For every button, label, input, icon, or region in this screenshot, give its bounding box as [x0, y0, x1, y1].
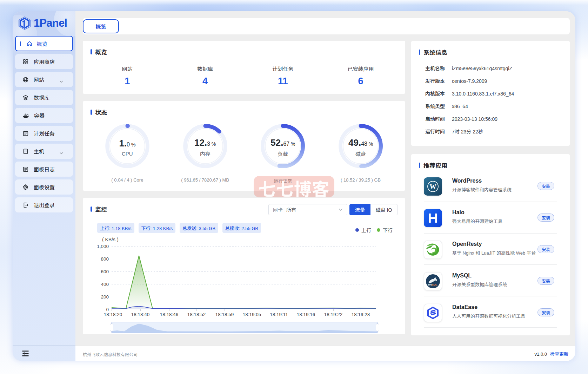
svg-text:18:18:20: 18:18:20	[104, 312, 122, 317]
svg-text:18:19:22: 18:19:22	[324, 312, 343, 317]
svg-text:18:19:28: 18:19:28	[352, 312, 370, 317]
svg-text:MySQL: MySQL	[428, 283, 437, 286]
svg-text:18:18:59: 18:18:59	[215, 312, 234, 317]
svg-text:18:19:16: 18:19:16	[297, 312, 315, 317]
svg-text:0: 0	[106, 307, 109, 312]
svg-text:18:18:52: 18:18:52	[187, 312, 206, 317]
svg-text:400: 400	[101, 282, 109, 287]
svg-text:18:18:40: 18:18:40	[131, 312, 150, 317]
svg-text:18:19:11: 18:19:11	[270, 312, 288, 317]
svg-text:800: 800	[101, 256, 109, 262]
svg-text:600: 600	[101, 269, 109, 274]
svg-text:18:18:46: 18:18:46	[160, 312, 179, 317]
svg-text:1,000: 1,000	[97, 244, 109, 249]
svg-text:200: 200	[101, 294, 109, 300]
svg-text:18:19:05: 18:19:05	[243, 312, 261, 317]
svg-text:W: W	[430, 183, 436, 190]
